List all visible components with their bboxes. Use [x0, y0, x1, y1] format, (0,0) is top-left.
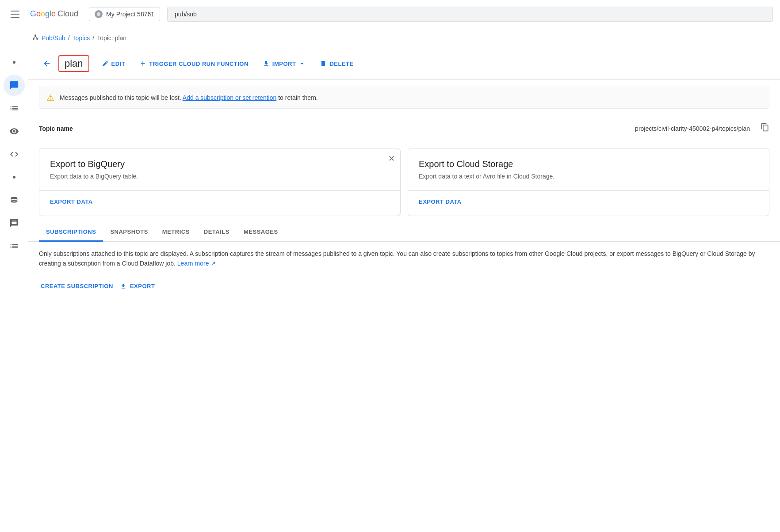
topic-name-value: projects/civil-clarity-450002-p4/topics/… [108, 125, 753, 132]
tab-snapshots[interactable]: SNAPSHOTS [103, 223, 155, 242]
top-navigation: Google Cloud My Project 58761 [0, 0, 780, 28]
sidebar-item-chat[interactable] [4, 213, 25, 234]
bigquery-card-divider [39, 190, 400, 191]
search-input[interactable] [167, 7, 773, 22]
breadcrumb-topics[interactable]: Topics [73, 34, 90, 42]
sidebar-item-snapshot[interactable] [4, 121, 25, 142]
bigquery-export-data-button[interactable]: EXPORT DATA [50, 198, 93, 205]
import-label: IMPORT [272, 61, 296, 67]
cloud-storage-card-description: Export data to a text or Avro file in Cl… [419, 173, 758, 180]
export-cloud-storage-card: Export to Cloud Storage Export data to a… [408, 148, 769, 216]
page-title: plan [58, 55, 89, 72]
tab-details[interactable]: DETAILS [197, 223, 237, 242]
learn-more-link[interactable]: Learn more ↗ [177, 260, 216, 267]
svg-point-2 [33, 38, 34, 40]
main-layout: plan EDIT TRIGGER CLOUD RUN FUNCTION IMP… [0, 48, 780, 532]
subscriptions-description: Only subscriptions attached to this topi… [39, 249, 769, 269]
google-cloud-logo: Google Cloud [30, 9, 78, 19]
bigquery-card-description: Export data to a BigQuery table. [50, 173, 390, 180]
hamburger-menu[interactable] [7, 7, 23, 21]
tab-messages[interactable]: MESSAGES [237, 223, 285, 242]
tabs: SUBSCRIPTIONS SNAPSHOTS METRICS DETAILS … [28, 223, 780, 242]
main-content: plan EDIT TRIGGER CLOUD RUN FUNCTION IMP… [28, 48, 780, 532]
breadcrumb-sep-2: / [92, 34, 94, 42]
svg-line-5 [35, 36, 37, 38]
close-bigquery-card-button[interactable]: ✕ [388, 154, 395, 163]
sidebar-item-list2[interactable] [4, 236, 25, 257]
breadcrumb-current: Topic: plan [97, 34, 126, 42]
sidebar [0, 48, 28, 532]
warning-link[interactable]: Add a subscription or set retention [183, 94, 276, 101]
create-subscription-button[interactable]: CREATE SUBSCRIPTION [39, 279, 115, 293]
subscriptions-content: Only subscriptions attached to this topi… [28, 242, 780, 276]
sidebar-item-list[interactable] [4, 98, 25, 119]
import-dropdown-icon [298, 60, 306, 67]
tab-metrics[interactable]: METRICS [155, 223, 197, 242]
sidebar-item-dot[interactable] [4, 52, 25, 73]
edit-button[interactable]: EDIT [96, 57, 131, 71]
cloud-storage-card-title: Export to Cloud Storage [419, 159, 758, 169]
back-button[interactable] [39, 56, 55, 72]
pubsub-icon [32, 34, 39, 42]
export-bigquery-card: ✕ Export to BigQuery Export data to a Bi… [39, 148, 401, 216]
trigger-label: TRIGGER CLOUD RUN FUNCTION [149, 61, 249, 67]
cloud-storage-card-divider [408, 190, 769, 191]
project-name: My Project 58761 [106, 11, 154, 18]
warning-message: Messages published to this topic will be… [60, 94, 318, 101]
copy-icon[interactable] [761, 123, 769, 134]
sidebar-item-code[interactable] [4, 144, 25, 165]
svg-point-3 [36, 38, 38, 40]
cloud-storage-export-data-button[interactable]: EXPORT DATA [419, 198, 462, 205]
sidebar-item-dot2[interactable] [4, 167, 25, 188]
topic-name-label: Topic name [39, 125, 101, 132]
topic-name-row: Topic name projects/civil-clarity-450002… [28, 116, 780, 141]
delete-label: DELETE [329, 61, 353, 67]
breadcrumb-pubsub[interactable]: Pub/Sub [42, 34, 65, 42]
breadcrumb: Pub/Sub / Topics / Topic: plan [0, 28, 780, 48]
svg-point-0 [97, 12, 100, 16]
edit-label: EDIT [111, 61, 126, 67]
project-selector[interactable]: My Project 58761 [89, 7, 160, 21]
svg-line-4 [34, 36, 35, 38]
warning-icon: ⚠ [46, 92, 54, 103]
project-dot-icon [95, 10, 103, 18]
import-button[interactable]: IMPORT [257, 57, 311, 71]
tab-subscriptions[interactable]: SUBSCRIPTIONS [39, 223, 103, 242]
breadcrumb-sep-1: / [68, 34, 70, 42]
export-cards-section: ✕ Export to BigQuery Export data to a Bi… [39, 148, 769, 216]
delete-button[interactable]: DELETE [314, 57, 359, 71]
sidebar-item-storage[interactable] [4, 190, 25, 211]
sidebar-item-messages[interactable] [4, 75, 25, 96]
toolbar: plan EDIT TRIGGER CLOUD RUN FUNCTION IMP… [28, 48, 780, 80]
trigger-cloud-run-button[interactable]: TRIGGER CLOUD RUN FUNCTION [134, 57, 254, 71]
warning-banner: ⚠ Messages published to this topic will … [39, 87, 769, 109]
subscriptions-actions: CREATE SUBSCRIPTION EXPORT [28, 276, 780, 297]
bigquery-card-title: Export to BigQuery [50, 159, 390, 169]
svg-point-1 [34, 34, 36, 36]
export-subscriptions-button[interactable]: EXPORT [119, 279, 157, 293]
